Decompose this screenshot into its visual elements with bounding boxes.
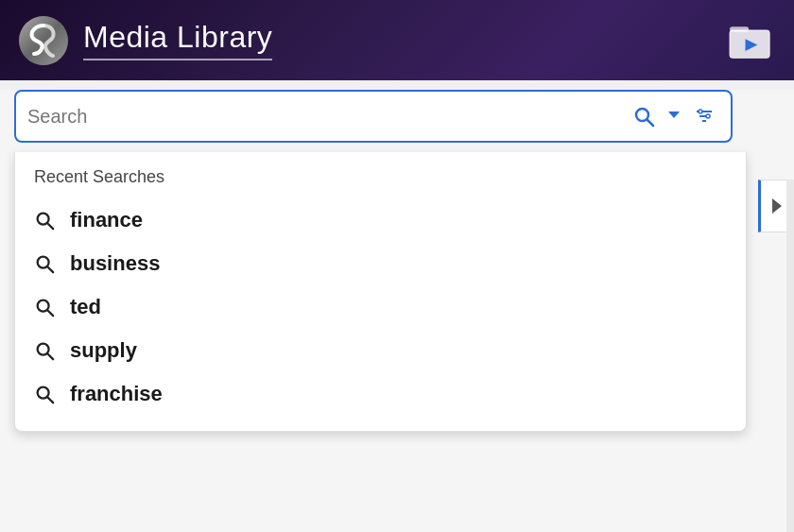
search-dropdown-button[interactable] <box>663 103 685 129</box>
media-folder-icon[interactable] <box>726 18 775 63</box>
svg-line-15 <box>47 266 53 272</box>
app-title: Media Library <box>83 20 272 60</box>
search-item-text-2: business <box>70 251 160 276</box>
svg-point-11 <box>706 114 710 118</box>
search-item-text-5: franchise <box>70 382 163 406</box>
logo-icon <box>19 16 68 65</box>
svg-line-5 <box>647 120 654 127</box>
search-box <box>14 90 733 143</box>
search-item-icon-4 <box>34 340 55 361</box>
search-item-icon-1 <box>34 210 55 231</box>
search-item-text-4: supply <box>70 338 137 363</box>
list-item[interactable]: ted <box>15 285 746 329</box>
svg-line-13 <box>47 223 53 229</box>
list-item[interactable]: supply <box>15 329 746 372</box>
svg-point-10 <box>699 110 702 113</box>
filter-button[interactable] <box>689 101 719 131</box>
list-item[interactable]: franchise <box>15 372 746 416</box>
header-actions <box>726 18 775 63</box>
svg-line-17 <box>47 310 53 316</box>
recent-searches-dropdown: Recent Searches finance <box>14 152 747 432</box>
search-item-icon-3 <box>34 297 55 317</box>
search-controls <box>629 101 719 131</box>
search-button[interactable] <box>629 101 659 131</box>
svg-point-0 <box>19 16 68 65</box>
svg-marker-22 <box>772 198 782 214</box>
search-item-icon-2 <box>34 253 55 274</box>
search-item-icon-5 <box>34 384 55 404</box>
list-item[interactable]: business <box>15 242 746 285</box>
search-area: Recent Searches finance <box>0 90 747 143</box>
search-item-text-1: finance <box>70 208 143 232</box>
svg-line-19 <box>47 353 53 359</box>
list-item[interactable]: finance <box>15 198 746 242</box>
main-content: Recent Searches finance <box>0 90 794 532</box>
search-item-text-3: ted <box>70 295 101 319</box>
scrollbar[interactable] <box>786 180 794 532</box>
header: Media Library <box>0 0 794 80</box>
svg-line-21 <box>47 397 53 403</box>
recent-searches-label: Recent Searches <box>15 167 746 198</box>
svg-marker-6 <box>668 112 680 118</box>
search-input[interactable] <box>27 106 629 128</box>
